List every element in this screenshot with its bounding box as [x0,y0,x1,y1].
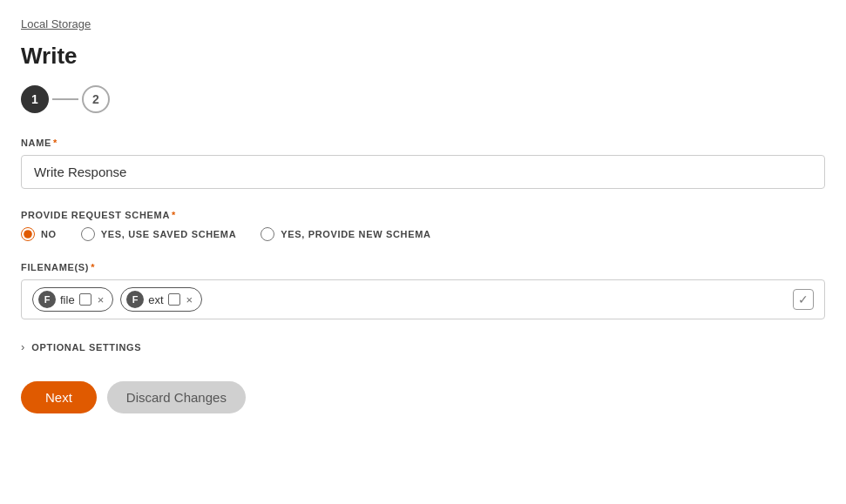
schema-option-new[interactable]: YES, PROVIDE NEW SCHEMA [261,227,430,241]
schema-radio-saved[interactable] [81,227,95,241]
schema-section: PROVIDE REQUEST SCHEMA* NO YES, USE SAVE… [21,210,825,241]
step-1[interactable]: 1 [21,85,49,113]
filenames-section: FILENAME(S)* F file × F ext × ✓ [21,262,825,319]
discard-button[interactable]: Discard Changes [107,381,246,413]
tag-text-ext: ext [148,293,163,306]
filename-container: F file × F ext × ✓ [21,279,825,319]
page-title: Write [21,43,825,70]
filenames-label: FILENAME(S)* [21,262,825,272]
breadcrumb-link[interactable]: Local Storage [21,17,91,30]
tag-close-file[interactable]: × [98,293,105,306]
filename-tag-file: F file × [32,287,113,312]
filenames-required-star: * [91,262,95,272]
button-row: Next Discard Changes [21,381,825,413]
filename-validate-icon[interactable]: ✓ [793,289,814,310]
schema-radio-new[interactable] [261,227,274,241]
tag-box-ext[interactable] [168,293,180,306]
filename-tag-ext: F ext × [120,287,202,312]
chevron-right-icon: › [21,340,24,353]
step-connector [52,98,78,100]
name-required-star: * [53,138,58,148]
schema-label: PROVIDE REQUEST SCHEMA* [21,210,825,220]
step-indicator: 1 2 [21,85,825,113]
tag-close-ext[interactable]: × [186,293,193,306]
name-section: NAME* [21,138,825,189]
schema-option-saved[interactable]: YES, USE SAVED SCHEMA [81,227,236,241]
schema-radio-group: NO YES, USE SAVED SCHEMA YES, PROVIDE NE… [21,227,825,241]
tag-f-icon-ext: F [126,291,144,308]
name-label: NAME* [21,138,825,148]
schema-required-star: * [172,210,176,220]
tag-text-file: file [60,293,75,306]
breadcrumb: Local Storage [21,17,825,30]
tag-box-file[interactable] [79,293,91,306]
tag-f-icon-file: F [38,291,56,308]
next-button[interactable]: Next [21,381,97,413]
step-2[interactable]: 2 [82,85,110,113]
name-input[interactable] [21,155,825,189]
optional-settings-label: OPTIONAL SETTINGS [31,342,141,353]
schema-radio-no[interactable] [21,227,35,241]
schema-option-no[interactable]: NO [21,227,57,241]
optional-settings-toggle[interactable]: › OPTIONAL SETTINGS [21,340,825,353]
